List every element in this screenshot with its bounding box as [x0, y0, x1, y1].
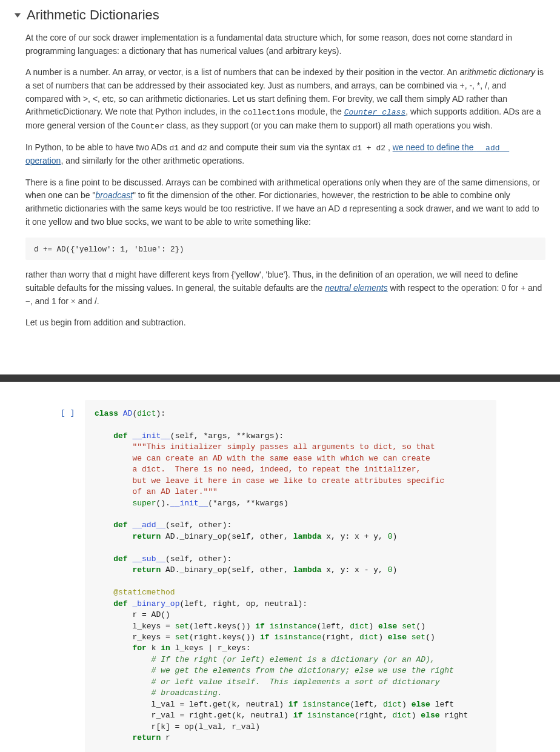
text: module, the [295, 107, 344, 116]
paragraph: There is a fine point to be discussed. A… [25, 176, 545, 229]
paragraph: A number is a number. An array, or vecto… [25, 66, 545, 132]
text: class, as they support (or you can make … [164, 121, 493, 130]
text: , [385, 142, 393, 152]
inline-code: d1 [169, 144, 179, 153]
paragraph: Let us begin from addition and subtracti… [25, 316, 545, 330]
text: , and similarly for the other arithmetic… [61, 156, 244, 165]
code-cell-wrap: [ ] class AD(dict): def __init__(self, *… [0, 382, 560, 752]
math-op: × [71, 297, 76, 306]
link-text: we need to define the [393, 142, 476, 152]
inline-code: d [342, 205, 347, 214]
inline-code: d1 + d2 [352, 144, 385, 153]
text-cell: Arithmetic Dictionaries At the core of o… [0, 0, 560, 374]
paragraph: In Python, to be able to have two ADs d1… [25, 141, 545, 168]
inline-code: collections [243, 108, 295, 117]
math-op: + [521, 284, 525, 293]
code-cell[interactable]: [ ] class AD(dict): def __init__(self, *… [85, 400, 496, 752]
cell-separator [0, 374, 560, 382]
inline-code: Counter [131, 122, 164, 131]
text: and compute their sum via the syntax [207, 142, 353, 152]
math-op: − [25, 297, 30, 306]
broadcast-link[interactable]: broadcast [96, 190, 133, 200]
text: and [525, 283, 542, 293]
section-title: Arithmetic Dictionaries [27, 7, 159, 23]
text: rather than worry that [25, 270, 108, 279]
text: , and 1 for [30, 296, 71, 306]
paragraph: At the core of our sock drawer implement… [25, 32, 545, 58]
text: A number is a number. An array, or vecto… [25, 67, 459, 77]
link-text: operation [25, 156, 61, 165]
code-example-box: d += AD({'yellow': 1, 'blue': 2}) [25, 238, 545, 260]
inline-code: __add__ [476, 144, 509, 153]
code-text: d += AD({'yellow': 1, 'blue': 2}) [34, 245, 184, 254]
neutral-elements-link[interactable]: neutral elements [325, 283, 388, 293]
counter-class-link[interactable]: Counter class [344, 107, 405, 116]
inline-code: d2 [198, 144, 207, 153]
code-block[interactable]: class AD(dict): def __init__(self, *args… [95, 408, 485, 744]
inline-code: d [108, 271, 113, 280]
text: In Python, to be able to have two ADs [25, 142, 169, 152]
text: and /. [76, 296, 99, 306]
text: with respect to the operation: 0 for [388, 283, 521, 293]
link-text: Counter class [344, 108, 405, 117]
collapse-triangle-icon[interactable] [15, 13, 21, 18]
paragraph: rather than worry that d might have diff… [25, 268, 545, 308]
italic-term: arithmetic dictionary [459, 67, 535, 77]
execution-prompt[interactable]: [ ] [61, 408, 75, 418]
text: and [179, 142, 198, 152]
